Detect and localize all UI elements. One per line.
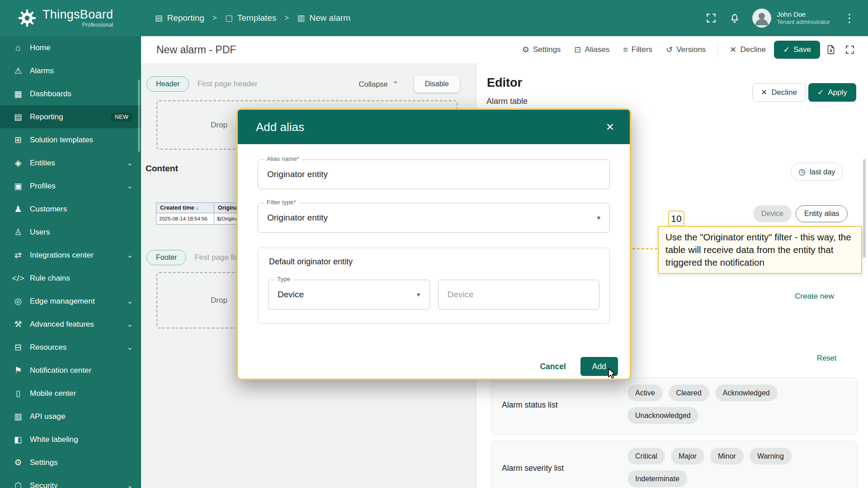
reset-link[interactable]: Reset: [817, 354, 836, 362]
severity-chip-minor[interactable]: Minor: [710, 448, 744, 465]
sidebar-item-reporting[interactable]: ▤ Reporting NEW: [0, 105, 141, 128]
device-search-input[interactable]: [439, 280, 599, 309]
alarms-icon: ⚠: [12, 66, 24, 76]
entity-alias-toggle[interactable]: Entity alias: [796, 205, 848, 222]
severity-chip-indeterminate[interactable]: Indeterminate: [627, 470, 687, 487]
brand-logo[interactable]: ThingsBoard Professional: [17, 8, 113, 28]
sidebar-item-edge-management[interactable]: ◎ Edge management ⌄: [0, 290, 141, 313]
sidebar-item-users[interactable]: ♙ Users: [0, 221, 141, 244]
filter-type-value: Originator entity: [267, 213, 328, 223]
sidebar-item-api-usage[interactable]: ▥ API usage: [0, 405, 141, 428]
chevron-down-icon: ⌄: [127, 343, 133, 352]
sidebar-item-mobile-center[interactable]: ▯ Mobile center: [0, 382, 141, 405]
fullscreen-icon: [844, 44, 855, 55]
home-icon: ⌂: [12, 43, 24, 53]
sidebar-item-solution-templates[interactable]: ⊞ Solution templates: [0, 128, 141, 151]
editor-apply-button[interactable]: ✓ Apply: [808, 83, 856, 102]
severity-chip-critical[interactable]: Critical: [627, 448, 665, 465]
versions-button[interactable]: ↺ Versions: [660, 41, 711, 58]
editor-scrollbar[interactable]: [863, 159, 866, 258]
mobile-center-icon: ▯: [12, 388, 24, 399]
filter-icon: ≡: [623, 45, 628, 55]
status-chip-unacknowledged[interactable]: Unacknowledged: [627, 407, 698, 424]
fullscreen-icon[interactable]: [705, 12, 717, 24]
sidebar-item-dashboards[interactable]: ▦ Dashboards: [0, 82, 141, 105]
editor-decline-button[interactable]: ✕ Decline: [752, 83, 806, 102]
kebab-menu-icon[interactable]: ⋮: [842, 11, 857, 25]
user-name: John Doe: [777, 10, 830, 19]
filter-type-select[interactable]: Filter type* Originator entity ▾: [258, 203, 610, 233]
severity-chip-major[interactable]: Major: [671, 448, 704, 465]
sidebar-item-settings[interactable]: ⚙ Settings: [0, 451, 141, 474]
close-dialog-button[interactable]: ✕: [606, 121, 614, 133]
generate-report-button[interactable]: [823, 42, 839, 58]
status-chip-active[interactable]: Active: [627, 385, 663, 401]
sidebar-item-resources[interactable]: ⊟ Resources ⌄: [0, 336, 141, 359]
chevron-down-icon: ⌄: [127, 159, 133, 167]
aliases-button[interactable]: ⊡ Aliases: [569, 41, 615, 58]
disable-button[interactable]: Disable: [414, 75, 460, 93]
user-menu[interactable]: John Doe Tenant administrator: [752, 9, 830, 28]
breadcrumb-reporting[interactable]: ▤ Reporting: [155, 13, 204, 23]
solution-templates-icon: ⊞: [12, 135, 24, 145]
sidebar-scrollbar[interactable]: [138, 80, 140, 152]
history-icon: ↺: [666, 45, 673, 55]
breadcrumb-label: New alarm: [309, 13, 350, 23]
severity-chip-warning[interactable]: Warning: [750, 448, 792, 465]
notifications-bell-icon[interactable]: [729, 12, 741, 24]
close-icon: ✕: [730, 45, 736, 55]
sidebar-item-home[interactable]: ⌂ Home: [0, 36, 141, 59]
sidebar-item-profiles[interactable]: ▣ Profiles ⌄: [0, 174, 141, 197]
chevron-down-icon: ▾: [417, 291, 420, 299]
collapse-button[interactable]: Collapse ⌃: [359, 80, 399, 89]
tutorial-step-number: 10: [668, 211, 684, 226]
device-toggle[interactable]: Device: [753, 205, 792, 222]
new-alarm-icon: ▥: [297, 13, 305, 23]
header-placeholder: First page header: [197, 80, 257, 89]
alias-name-input[interactable]: [258, 160, 609, 189]
sidebar-item-security[interactable]: ☖ Security ⌄: [0, 474, 141, 488]
filters-button[interactable]: ≡ Filters: [618, 42, 658, 58]
entities-icon: ◈: [12, 158, 24, 168]
status-chip-acknowledged[interactable]: Acknowledged: [715, 385, 778, 401]
status-chip-cleared[interactable]: Cleared: [669, 385, 709, 401]
reporting-icon: ▤: [12, 112, 24, 122]
customers-icon: ♟: [12, 204, 24, 214]
page-title: New alarm - PDF: [156, 44, 236, 56]
add-button[interactable]: Add: [580, 357, 618, 376]
decline-button[interactable]: ✕ Decline: [724, 41, 771, 58]
sidebar-item-rule-chains[interactable]: </> Rule chains: [0, 267, 141, 290]
document-toolbar: New alarm - PDF ⚙ Settings ⊡ Aliases ≡ F…: [141, 36, 868, 63]
footer-section-chip[interactable]: Footer: [146, 250, 186, 265]
sidebar-item-alarms[interactable]: ⚠ Alarms: [0, 59, 141, 82]
header-section-chip[interactable]: Header: [146, 76, 189, 92]
save-button[interactable]: ✓ Save: [774, 41, 820, 59]
sidebar-item-advanced-features[interactable]: ⚒ Advanced features ⌄: [0, 313, 141, 336]
table-header-created-time[interactable]: Created time ↓: [156, 203, 214, 213]
sidebar-item-notification-center[interactable]: ⚑ Notification center: [0, 359, 141, 382]
originator-type-select[interactable]: Type Device ▾: [268, 280, 430, 310]
default-originator-group: Default originator entity Type Device ▾: [258, 248, 610, 324]
editor-subtitle: Alarm table: [486, 97, 528, 106]
create-new-link[interactable]: Create new: [795, 292, 834, 301]
sidebar-item-entities[interactable]: ◈ Entities ⌄: [0, 151, 141, 174]
sidebar-item-white-labeling[interactable]: ◧ White labeling: [0, 428, 141, 451]
type-value: Device: [278, 290, 304, 300]
breadcrumb-new-alarm[interactable]: ▥ New alarm: [297, 13, 350, 23]
new-badge: NEW: [110, 113, 133, 122]
breadcrumb-separator: >: [283, 14, 291, 23]
chevron-down-icon: ⌄: [127, 182, 133, 190]
chevron-down-icon: ⌄: [127, 251, 133, 259]
breadcrumb-label: Templates: [237, 13, 277, 23]
sidebar-item-customers[interactable]: ♟ Customers: [0, 197, 141, 221]
type-label: Type: [275, 276, 292, 282]
cancel-button[interactable]: Cancel: [540, 362, 566, 371]
gear-logo-icon: [17, 8, 37, 28]
sidebar-item-integrations-center[interactable]: ⇄ Integrations center ⌄: [0, 244, 141, 267]
breadcrumb-templates[interactable]: ▢ Templates: [225, 13, 277, 23]
integrations-icon: ⇄: [12, 250, 24, 260]
fullscreen-editor-button[interactable]: [842, 42, 858, 58]
chevron-down-icon: ▾: [597, 214, 600, 222]
timewindow-button[interactable]: ◷ last day: [791, 163, 843, 181]
settings-button[interactable]: ⚙ Settings: [517, 41, 566, 58]
